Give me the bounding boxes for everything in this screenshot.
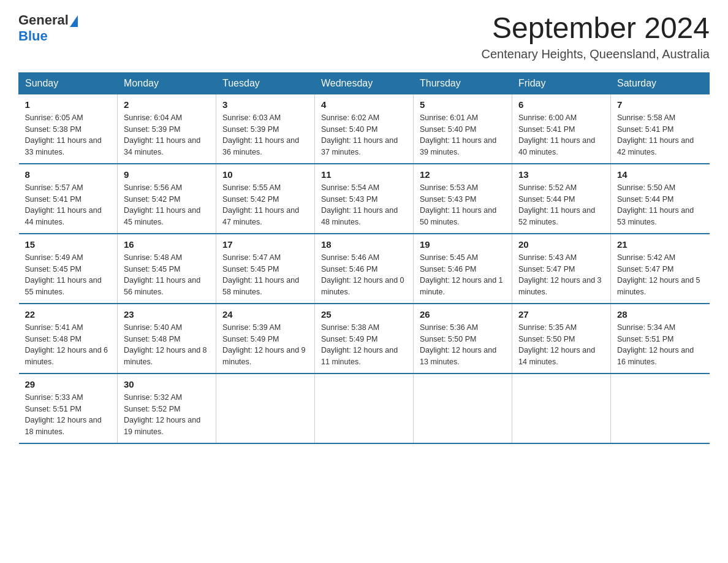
sunrise-label: Sunrise: 5:53 AM bbox=[420, 183, 478, 192]
sunrise-label: Sunrise: 6:05 AM bbox=[25, 113, 83, 122]
day-info: Sunrise: 6:02 AM Sunset: 5:40 PM Dayligh… bbox=[321, 112, 407, 158]
sunset-label: Sunset: 5:52 PM bbox=[124, 405, 180, 413]
header-sunday: Sunday bbox=[19, 72, 118, 94]
sunrise-label: Sunrise: 5:41 AM bbox=[25, 323, 83, 332]
daylight-label: Daylight: 11 hours and 58 minutes. bbox=[222, 276, 299, 296]
header-wednesday: Wednesday bbox=[315, 72, 414, 94]
month-title: September 2024 bbox=[482, 12, 710, 45]
daylight-label: Daylight: 11 hours and 37 minutes. bbox=[321, 136, 398, 156]
daylight-label: Daylight: 11 hours and 55 minutes. bbox=[25, 276, 102, 296]
calendar-cell: 13 Sunrise: 5:52 AM Sunset: 5:44 PM Dayl… bbox=[512, 164, 611, 234]
daylight-label: Daylight: 11 hours and 56 minutes. bbox=[124, 276, 200, 296]
calendar-week-row: 15 Sunrise: 5:49 AM Sunset: 5:45 PM Dayl… bbox=[19, 234, 710, 304]
sunset-label: Sunset: 5:42 PM bbox=[222, 195, 279, 204]
calendar-cell: 14 Sunrise: 5:50 AM Sunset: 5:44 PM Dayl… bbox=[611, 164, 710, 234]
sunrise-label: Sunrise: 5:56 AM bbox=[124, 183, 182, 192]
sunrise-label: Sunrise: 6:02 AM bbox=[321, 113, 379, 122]
day-info: Sunrise: 5:53 AM Sunset: 5:43 PM Dayligh… bbox=[420, 182, 506, 228]
calendar-cell bbox=[414, 373, 512, 443]
sunset-label: Sunset: 5:46 PM bbox=[321, 265, 377, 274]
day-info: Sunrise: 6:00 AM Sunset: 5:41 PM Dayligh… bbox=[518, 112, 604, 158]
calendar-cell: 16 Sunrise: 5:48 AM Sunset: 5:45 PM Dayl… bbox=[118, 234, 216, 304]
day-number: 27 bbox=[518, 309, 604, 320]
day-number: 6 bbox=[518, 99, 604, 110]
calendar-cell: 11 Sunrise: 5:54 AM Sunset: 5:43 PM Dayl… bbox=[315, 164, 414, 234]
calendar-cell: 19 Sunrise: 5:45 AM Sunset: 5:46 PM Dayl… bbox=[414, 234, 512, 304]
page-header: General Blue September 2024 Centenary He… bbox=[18, 12, 710, 61]
calendar-cell: 3 Sunrise: 6:03 AM Sunset: 5:39 PM Dayli… bbox=[216, 94, 315, 164]
day-info: Sunrise: 5:58 AM Sunset: 5:41 PM Dayligh… bbox=[617, 112, 703, 158]
calendar-table: SundayMondayTuesdayWednesdayThursdayFrid… bbox=[18, 72, 710, 444]
calendar-cell: 10 Sunrise: 5:55 AM Sunset: 5:42 PM Dayl… bbox=[216, 164, 315, 234]
calendar-cell: 30 Sunrise: 5:32 AM Sunset: 5:52 PM Dayl… bbox=[118, 373, 216, 443]
sunset-label: Sunset: 5:45 PM bbox=[25, 265, 82, 274]
calendar-cell bbox=[611, 373, 710, 443]
calendar-cell: 21 Sunrise: 5:42 AM Sunset: 5:47 PM Dayl… bbox=[611, 234, 710, 304]
header-tuesday: Tuesday bbox=[216, 72, 315, 94]
sunrise-label: Sunrise: 6:04 AM bbox=[124, 113, 182, 122]
daylight-label: Daylight: 12 hours and 8 minutes. bbox=[124, 346, 207, 366]
day-info: Sunrise: 5:46 AM Sunset: 5:46 PM Dayligh… bbox=[321, 252, 407, 298]
sunrise-label: Sunrise: 5:46 AM bbox=[321, 253, 379, 262]
daylight-label: Daylight: 12 hours and 1 minute. bbox=[420, 276, 503, 296]
sunset-label: Sunset: 5:45 PM bbox=[222, 265, 279, 274]
calendar-cell: 28 Sunrise: 5:34 AM Sunset: 5:51 PM Dayl… bbox=[611, 304, 710, 373]
sunrise-label: Sunrise: 5:42 AM bbox=[617, 253, 675, 262]
day-number: 8 bbox=[25, 169, 112, 180]
sunrise-label: Sunrise: 6:00 AM bbox=[518, 113, 577, 122]
sunrise-label: Sunrise: 5:50 AM bbox=[617, 183, 675, 192]
sunset-label: Sunset: 5:51 PM bbox=[617, 335, 673, 343]
day-info: Sunrise: 5:48 AM Sunset: 5:45 PM Dayligh… bbox=[124, 252, 210, 298]
sunset-label: Sunset: 5:40 PM bbox=[321, 125, 377, 134]
day-number: 4 bbox=[321, 99, 407, 110]
sunset-label: Sunset: 5:44 PM bbox=[617, 195, 673, 204]
sunrise-label: Sunrise: 6:01 AM bbox=[420, 113, 478, 122]
sunrise-label: Sunrise: 5:39 AM bbox=[222, 323, 281, 332]
calendar-week-row: 8 Sunrise: 5:57 AM Sunset: 5:41 PM Dayli… bbox=[19, 164, 710, 234]
day-number: 7 bbox=[617, 99, 703, 110]
day-number: 18 bbox=[321, 239, 407, 250]
calendar-cell: 2 Sunrise: 6:04 AM Sunset: 5:39 PM Dayli… bbox=[118, 94, 216, 164]
sunset-label: Sunset: 5:40 PM bbox=[420, 125, 476, 134]
sunset-label: Sunset: 5:47 PM bbox=[518, 265, 575, 274]
day-info: Sunrise: 5:34 AM Sunset: 5:51 PM Dayligh… bbox=[617, 322, 703, 368]
calendar-cell: 4 Sunrise: 6:02 AM Sunset: 5:40 PM Dayli… bbox=[315, 94, 414, 164]
sunset-label: Sunset: 5:41 PM bbox=[617, 125, 673, 134]
daylight-label: Daylight: 11 hours and 44 minutes. bbox=[25, 206, 102, 226]
sunrise-label: Sunrise: 5:34 AM bbox=[617, 323, 675, 332]
day-info: Sunrise: 6:01 AM Sunset: 5:40 PM Dayligh… bbox=[420, 112, 506, 158]
calendar-cell: 12 Sunrise: 5:53 AM Sunset: 5:43 PM Dayl… bbox=[414, 164, 512, 234]
day-number: 9 bbox=[124, 169, 210, 180]
daylight-label: Daylight: 12 hours and 5 minutes. bbox=[617, 276, 700, 296]
sunset-label: Sunset: 5:48 PM bbox=[124, 335, 180, 343]
sunrise-label: Sunrise: 5:47 AM bbox=[222, 253, 281, 262]
calendar-cell: 7 Sunrise: 5:58 AM Sunset: 5:41 PM Dayli… bbox=[611, 94, 710, 164]
day-number: 22 bbox=[25, 309, 112, 320]
sunset-label: Sunset: 5:41 PM bbox=[25, 195, 82, 204]
day-number: 11 bbox=[321, 169, 407, 180]
sunrise-label: Sunrise: 5:40 AM bbox=[124, 323, 182, 332]
calendar-cell: 18 Sunrise: 5:46 AM Sunset: 5:46 PM Dayl… bbox=[315, 234, 414, 304]
day-info: Sunrise: 5:38 AM Sunset: 5:49 PM Dayligh… bbox=[321, 322, 407, 368]
day-info: Sunrise: 5:57 AM Sunset: 5:41 PM Dayligh… bbox=[25, 182, 112, 228]
day-number: 25 bbox=[321, 309, 407, 320]
day-number: 12 bbox=[420, 169, 506, 180]
day-info: Sunrise: 5:43 AM Sunset: 5:47 PM Dayligh… bbox=[518, 252, 604, 298]
calendar-cell bbox=[216, 373, 315, 443]
daylight-label: Daylight: 12 hours and 9 minutes. bbox=[222, 346, 306, 366]
sunrise-label: Sunrise: 5:35 AM bbox=[518, 323, 577, 332]
sunset-label: Sunset: 5:49 PM bbox=[321, 335, 377, 343]
sunrise-label: Sunrise: 5:54 AM bbox=[321, 183, 379, 192]
day-info: Sunrise: 6:04 AM Sunset: 5:39 PM Dayligh… bbox=[124, 112, 210, 158]
sunset-label: Sunset: 5:43 PM bbox=[321, 195, 377, 204]
sunrise-label: Sunrise: 5:49 AM bbox=[25, 253, 83, 262]
sunrise-label: Sunrise: 5:48 AM bbox=[124, 253, 182, 262]
header-thursday: Thursday bbox=[414, 72, 512, 94]
day-number: 16 bbox=[124, 239, 210, 250]
sunset-label: Sunset: 5:38 PM bbox=[25, 125, 82, 134]
sunset-label: Sunset: 5:45 PM bbox=[124, 265, 180, 274]
daylight-label: Daylight: 11 hours and 47 minutes. bbox=[222, 206, 299, 226]
daylight-label: Daylight: 11 hours and 52 minutes. bbox=[518, 206, 595, 226]
day-number: 15 bbox=[25, 239, 112, 250]
daylight-label: Daylight: 11 hours and 39 minutes. bbox=[420, 136, 496, 156]
